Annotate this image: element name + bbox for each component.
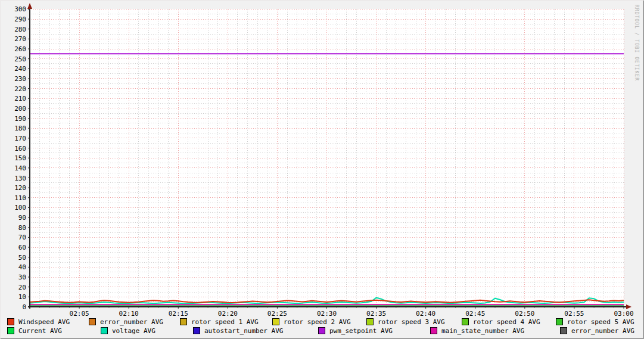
x-axis-arrow (626, 304, 631, 309)
y-axis-label: 180 (14, 125, 26, 132)
y-axis-label: 50 (18, 254, 26, 262)
y-axis-label: 70 (18, 234, 26, 241)
y-axis-arrow (27, 3, 32, 9)
y-axis-label: 80 (18, 224, 26, 232)
y-axis-label: 150 (14, 154, 26, 162)
y-axis-label: 140 (14, 164, 26, 172)
y-axis-label: 90 (18, 214, 26, 222)
x-axis-label: 02:55 (564, 310, 584, 318)
y-axis-label: 160 (14, 145, 26, 153)
y-axis-label: 60 (18, 244, 26, 251)
y-axis-label: 130 (14, 175, 26, 182)
rrdtool-watermark: RRDTOOL / TOBI OETIKER (634, 5, 639, 81)
x-axis-label: 02:25 (267, 310, 287, 318)
x-axis-label: 02:40 (416, 310, 435, 318)
y-axis-label: 220 (14, 85, 26, 93)
x-axis-label: 02:35 (366, 310, 386, 318)
x-axis-label: 02:05 (70, 310, 89, 318)
y-axis-label: 120 (14, 184, 26, 192)
y-axis-label: 270 (14, 35, 26, 43)
y-axis-label: 260 (14, 45, 26, 53)
y-axis-label: 10 (18, 293, 26, 301)
x-axis-label: 02:20 (218, 310, 238, 318)
x-axis-label: 03:00 (614, 310, 633, 318)
x-axis-label: 02:45 (465, 310, 485, 318)
rrdtool-graph: 0102030405060708090100110120130140150160… (0, 0, 644, 339)
y-axis-label: 40 (18, 263, 26, 271)
y-axis-label: 170 (14, 135, 26, 142)
y-axis-label: 300 (14, 5, 26, 13)
x-axis-label: 02:50 (515, 310, 534, 318)
x-axis-label: 02:30 (317, 310, 337, 318)
x-axis-label: 02:10 (119, 310, 139, 318)
y-axis-label: 250 (14, 55, 26, 63)
x-axis-label: 02:15 (169, 310, 188, 318)
y-axis-label: 290 (14, 15, 26, 23)
y-axis-label: 20 (18, 284, 26, 291)
y-axis-label: 230 (14, 75, 26, 83)
y-axis-label: 240 (14, 65, 26, 73)
y-axis-label: 100 (14, 204, 26, 212)
chart-svg: 0102030405060708090100110120130140150160… (1, 1, 643, 338)
y-axis-label: 200 (14, 105, 26, 113)
x-axis-labels: 02:0502:1002:1502:2002:2502:3002:3502:40… (40, 307, 634, 318)
y-axis-label: 30 (18, 273, 26, 281)
y-axis-label: 210 (14, 95, 26, 102)
y-axis-label: 110 (14, 194, 26, 202)
y-axis-label: 190 (14, 115, 26, 123)
y-axis-labels: 0102030405060708090100110120130140150160… (14, 5, 30, 311)
y-axis-label: 280 (14, 26, 26, 33)
y-axis-label: 0 (22, 303, 26, 311)
